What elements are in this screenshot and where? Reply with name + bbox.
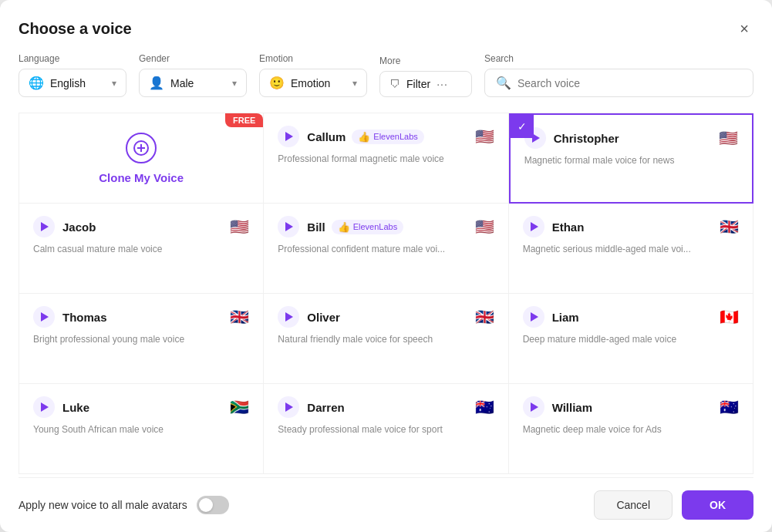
voice-card-top: Liam🇨🇦 bbox=[523, 306, 739, 328]
emotion-select[interactable]: 🙂 Emotion ▾ bbox=[259, 69, 367, 97]
voice-name-badge-row: Luke bbox=[62, 401, 89, 414]
play-button-darren[interactable] bbox=[278, 396, 299, 418]
voice-card-william[interactable]: William🇦🇺Magnetic deep male voice for Ad… bbox=[509, 384, 753, 474]
language-label: Language bbox=[19, 53, 126, 64]
apply-toggle[interactable] bbox=[197, 496, 229, 514]
clone-label: Clone My Voice bbox=[99, 171, 184, 184]
play-icon bbox=[285, 402, 293, 412]
voice-card-oliver[interactable]: Oliver🇬🇧Natural friendly male voice for … bbox=[264, 294, 508, 384]
gender-label: Gender bbox=[139, 53, 247, 64]
voice-name-badge-row: Christopher bbox=[554, 132, 619, 145]
more-filter-value: Filter bbox=[406, 78, 430, 90]
gender-select[interactable]: 👤 Male ▾ bbox=[139, 69, 247, 97]
elevenlabs-icon: 👍 bbox=[358, 131, 370, 143]
voice-name-darren: Darren bbox=[307, 401, 344, 414]
ok-button[interactable]: OK bbox=[682, 490, 753, 520]
voice-card-ethan[interactable]: Ethan🇬🇧Magnetic serious middle-aged male… bbox=[509, 204, 753, 294]
voice-desc-liam: Deep mature middle-aged male voice bbox=[523, 334, 739, 345]
voice-card-thomas[interactable]: Thomas🇬🇧Bright professional young male v… bbox=[19, 294, 264, 384]
gender-chevron-icon: ▾ bbox=[232, 78, 237, 89]
apply-row: Apply new voice to all male avatars bbox=[19, 496, 229, 514]
play-button-callum[interactable] bbox=[278, 126, 299, 147]
emotion-chevron-icon: ▾ bbox=[352, 78, 357, 89]
voice-desc-christopher: Magnetic formal male voice for news bbox=[524, 155, 738, 166]
search-icon: 🔍 bbox=[496, 76, 511, 90]
voice-name-badge-row: Thomas bbox=[62, 311, 107, 324]
language-value: English bbox=[50, 77, 86, 89]
play-button-ethan[interactable] bbox=[523, 216, 544, 237]
voice-name-badge-row: Bill👍ElevenLabs bbox=[307, 220, 403, 234]
play-button-william[interactable] bbox=[523, 396, 544, 418]
voice-desc-oliver: Natural friendly male voice for speech bbox=[278, 334, 494, 345]
search-input-wrap: 🔍 bbox=[484, 69, 753, 97]
close-button[interactable]: × bbox=[735, 19, 753, 39]
play-icon bbox=[285, 222, 293, 231]
voice-card-bill[interactable]: Bill👍ElevenLabs🇺🇸Professional confident … bbox=[264, 204, 508, 294]
play-button-luke[interactable] bbox=[33, 396, 55, 418]
voice-card-luke[interactable]: Luke🇿🇦Young South African male voice bbox=[19, 384, 264, 474]
voice-name-badge-row: Darren bbox=[307, 401, 344, 414]
footer: Apply new voice to all male avatars Canc… bbox=[19, 477, 753, 532]
emotion-label: Emotion bbox=[259, 53, 367, 64]
more-filter-select[interactable]: ⛉ Filter ··· bbox=[379, 71, 472, 97]
voice-name-jacob: Jacob bbox=[62, 221, 96, 234]
flag-ethan: 🇬🇧 bbox=[720, 219, 739, 234]
voice-card-top: Ethan🇬🇧 bbox=[523, 216, 739, 237]
filter-icon: ⛉ bbox=[389, 78, 400, 90]
play-icon bbox=[531, 402, 538, 412]
voice-name-liam: Liam bbox=[552, 311, 579, 324]
voice-card-top: Oliver🇬🇧 bbox=[278, 306, 494, 328]
cancel-button[interactable]: Cancel bbox=[594, 490, 673, 520]
voice-desc-darren: Steady professional male voice for sport bbox=[278, 424, 494, 435]
play-icon bbox=[531, 222, 538, 231]
voice-name-badge-row: Jacob bbox=[62, 221, 96, 234]
more-label: More bbox=[379, 56, 472, 66]
voice-name-badge-row: Ethan bbox=[552, 221, 585, 234]
more-filter-group: More ⛉ Filter ··· bbox=[379, 56, 472, 97]
play-button-oliver[interactable] bbox=[278, 306, 299, 328]
search-input[interactable] bbox=[517, 77, 742, 89]
flag-callum: 🇺🇸 bbox=[475, 129, 494, 144]
voice-card-top: William🇦🇺 bbox=[523, 396, 739, 418]
voice-name-oliver: Oliver bbox=[307, 311, 340, 324]
gender-value: Male bbox=[170, 77, 194, 89]
voice-name-row: William bbox=[523, 396, 592, 418]
voice-name-badge-row: William bbox=[552, 401, 592, 414]
play-icon bbox=[41, 402, 49, 412]
voice-name-row: Jacob bbox=[33, 216, 96, 237]
toggle-knob bbox=[199, 498, 213, 512]
voice-desc-jacob: Calm casual mature male voice bbox=[33, 244, 249, 254]
apply-label: Apply new voice to all male avatars bbox=[19, 499, 187, 511]
language-select[interactable]: 🌐 English ▾ bbox=[19, 69, 126, 97]
voice-card-top: Bill👍ElevenLabs🇺🇸 bbox=[278, 216, 494, 237]
search-label: Search bbox=[484, 53, 753, 64]
play-button-thomas[interactable] bbox=[33, 306, 55, 328]
voice-card-top: Luke🇿🇦 bbox=[33, 396, 249, 418]
flag-oliver: 🇬🇧 bbox=[475, 309, 494, 325]
flag-thomas: 🇬🇧 bbox=[230, 309, 249, 325]
clone-voice-card[interactable]: FREEClone My Voice bbox=[19, 113, 264, 204]
play-button-bill[interactable] bbox=[278, 216, 299, 237]
free-badge: FREE bbox=[225, 113, 263, 127]
voice-name-luke: Luke bbox=[62, 401, 89, 414]
voice-card-christopher[interactable]: ✓Christopher🇺🇸Magnetic formal male voice… bbox=[509, 113, 753, 204]
voice-card-top: Darren🇦🇺 bbox=[278, 396, 494, 418]
voice-card-liam[interactable]: Liam🇨🇦Deep mature middle-aged male voice bbox=[509, 294, 753, 384]
voice-card-jacob[interactable]: Jacob🇺🇸Calm casual mature male voice bbox=[19, 204, 264, 294]
play-button-jacob[interactable] bbox=[33, 216, 55, 237]
voice-name-row: Christopher bbox=[524, 127, 619, 149]
selected-check-icon: ✓ bbox=[511, 115, 534, 138]
voice-card-top: Christopher🇺🇸 bbox=[524, 127, 738, 149]
voice-desc-bill: Professional confident mature male voi..… bbox=[278, 244, 494, 254]
choose-voice-modal: Choose a voice × Language 🌐 English ▾ Ge… bbox=[0, 0, 772, 532]
language-chevron-icon: ▾ bbox=[112, 78, 116, 89]
emotion-filter-group: Emotion 🙂 Emotion ▾ bbox=[259, 53, 367, 97]
play-icon bbox=[41, 312, 49, 322]
play-button-liam[interactable] bbox=[523, 306, 544, 328]
more-dots-icon: ··· bbox=[437, 78, 448, 90]
voice-card-darren[interactable]: Darren🇦🇺Steady professional male voice f… bbox=[264, 384, 508, 474]
elevenlabs-badge: 👍ElevenLabs bbox=[352, 130, 424, 144]
language-filter-group: Language 🌐 English ▾ bbox=[19, 53, 126, 97]
voice-card-top: Thomas🇬🇧 bbox=[33, 306, 249, 328]
voice-card-callum[interactable]: Callum👍ElevenLabs🇺🇸Professional formal m… bbox=[264, 113, 508, 204]
